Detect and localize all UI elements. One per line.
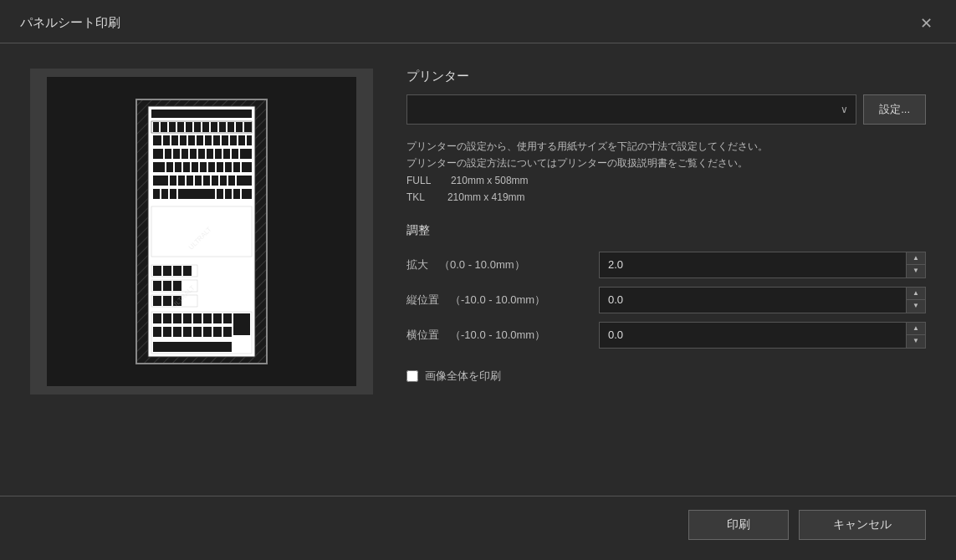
field-label-scale: 拡大 （0.0 - 10.0mm） [406,257,599,272]
svg-rect-47 [217,162,223,172]
svg-rect-13 [219,122,226,132]
svg-rect-25 [222,135,228,145]
svg-rect-71 [153,266,161,276]
svg-rect-35 [207,149,213,159]
svg-rect-19 [171,135,178,145]
svg-rect-89 [203,313,212,323]
svg-rect-80 [153,296,161,306]
svg-rect-31 [173,149,180,159]
svg-rect-50 [242,162,252,172]
print-dialog: パネルシート印刷 ✕ [0,0,956,560]
svg-rect-101 [153,342,232,352]
svg-rect-93 [153,327,161,337]
svg-rect-65 [217,189,223,199]
printer-select-wrapper: ∨ [406,94,856,125]
printer-info-text: プリンターの設定から、使用する用紙サイズを下記の寸法で設定してください。 プリン… [406,138,926,206]
svg-rect-16 [244,122,252,132]
field-label-vertical: 縦位置 （-10.0 - 10.0mm） [406,293,599,308]
svg-rect-8 [177,122,184,132]
svg-rect-96 [183,327,192,337]
print-full-checkbox[interactable] [406,370,418,382]
preview-area: ULTRALT ULTRALT [30,69,373,395]
svg-rect-67 [233,189,240,199]
svg-rect-46 [208,162,215,172]
spinner-down-vertical[interactable]: ▼ [907,299,925,313]
dialog-title: パネルシート印刷 [20,15,120,31]
svg-rect-73 [173,266,181,276]
svg-rect-92 [233,313,250,335]
svg-rect-40 [153,162,165,172]
svg-rect-87 [183,313,192,323]
preview-inner: ULTRALT ULTRALT [47,77,356,386]
svg-rect-24 [213,135,220,145]
spinner-up-vertical[interactable]: ▲ [907,288,925,300]
printer-section-title: プリンター [406,69,926,84]
svg-rect-97 [193,327,202,337]
spinner-down-horizontal[interactable]: ▼ [907,334,925,348]
svg-rect-88 [193,313,202,323]
svg-rect-54 [187,176,193,186]
spinner-up-scale[interactable]: ▲ [907,252,925,265]
spinner-scale: ▲ ▼ [906,252,926,278]
svg-rect-74 [183,266,192,276]
svg-rect-41 [166,162,173,172]
svg-rect-52 [170,176,176,186]
svg-rect-32 [181,149,188,159]
svg-rect-18 [163,135,170,145]
svg-rect-26 [230,135,237,145]
svg-rect-99 [213,327,222,337]
svg-rect-63 [170,189,176,199]
cancel-button[interactable]: キャンセル [799,510,926,540]
svg-rect-78 [173,281,181,291]
svg-rect-39 [240,149,252,159]
field-input-wrapper-scale: ▲ ▼ [599,252,926,278]
field-input-wrapper-horizontal: ▲ ▼ [599,322,926,349]
svg-rect-27 [238,135,245,145]
field-input-vertical[interactable] [599,287,906,313]
svg-rect-28 [247,135,252,145]
spinner-vertical: ▲ ▼ [906,287,926,313]
svg-rect-56 [203,176,210,186]
svg-rect-85 [163,313,171,323]
svg-rect-7 [169,122,176,132]
svg-rect-61 [153,189,160,199]
svg-rect-84 [153,313,161,323]
svg-rect-12 [211,122,217,132]
info-line-1: プリンターの設定から、使用する用紙サイズを下記の寸法で設定してください。 [406,138,926,155]
svg-rect-38 [232,149,238,159]
svg-rect-36 [215,149,222,159]
svg-rect-94 [163,327,171,337]
printer-settings-button[interactable]: 設定... [863,94,926,125]
field-input-horizontal[interactable] [599,322,906,349]
field-input-scale[interactable] [599,252,906,278]
spinner-up-horizontal[interactable]: ▲ [907,323,925,335]
svg-rect-15 [236,122,243,132]
svg-rect-34 [198,149,205,159]
svg-rect-23 [205,135,212,145]
svg-rect-68 [242,189,252,199]
svg-rect-58 [220,176,227,186]
svg-rect-33 [190,149,197,159]
print-full-label[interactable]: 画像全体を印刷 [425,369,501,384]
printer-select[interactable] [406,94,856,125]
svg-rect-57 [212,176,218,186]
panel-preview-svg: ULTRALT ULTRALT [135,98,268,365]
settings-area: プリンター ∨ 設定... プリンターの設定から、使用する用紙サイズを下記の寸法… [406,69,926,471]
dialog-footer: 印刷 キャンセル [0,496,956,560]
svg-rect-30 [165,149,171,159]
svg-rect-48 [225,162,232,172]
svg-rect-42 [175,162,181,172]
svg-rect-62 [161,189,168,199]
svg-rect-100 [223,327,232,337]
svg-rect-51 [153,176,168,186]
svg-rect-14 [227,122,234,132]
print-button[interactable]: 印刷 [688,510,789,540]
spinner-down-scale[interactable]: ▼ [907,264,925,277]
close-button[interactable]: ✕ [917,16,936,31]
svg-rect-37 [223,149,230,159]
field-label-horizontal: 横位置 （-10.0 - 10.0mm） [406,328,599,343]
printer-row: ∨ 設定... [406,94,926,125]
svg-rect-10 [194,122,201,132]
svg-rect-44 [192,162,198,172]
svg-rect-20 [180,135,187,145]
